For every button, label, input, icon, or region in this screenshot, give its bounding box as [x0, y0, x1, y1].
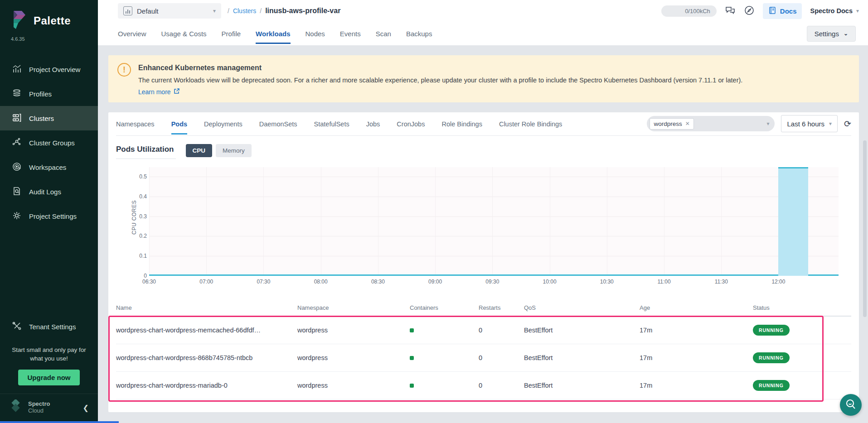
- subtab-statefulsets[interactable]: StatefulSets: [314, 113, 349, 134]
- table-row[interactable]: wordpress-chart-wordpress-memcached-66df…: [116, 317, 851, 344]
- col-age: Age: [640, 304, 753, 311]
- container-status: [410, 382, 479, 389]
- col-name: Name: [116, 304, 297, 311]
- pod-restarts: 0: [479, 327, 524, 334]
- help-search-fab[interactable]: [840, 394, 862, 416]
- sidebar-item-cluster-groups[interactable]: Cluster Groups: [0, 130, 98, 155]
- tab-backups[interactable]: Backups: [406, 24, 432, 44]
- metric-toggle: CPU Memory: [186, 144, 252, 157]
- explore-button[interactable]: [744, 5, 755, 17]
- tab-events[interactable]: Events: [340, 24, 361, 44]
- breadcrumb-clusters-link[interactable]: Clusters: [233, 7, 256, 14]
- subtab-role-bindings[interactable]: Role Bindings: [441, 113, 482, 134]
- docs-button[interactable]: Docs: [763, 3, 802, 19]
- sidebar-item-audit-logs[interactable]: Audit Logs: [0, 179, 98, 204]
- pod-qos: BestEffort: [524, 354, 640, 361]
- pod-qos: BestEffort: [524, 382, 640, 389]
- memory-toggle-button[interactable]: Memory: [216, 144, 252, 157]
- tab-nodes[interactable]: Nodes: [305, 24, 325, 44]
- tab-profile[interactable]: Profile: [222, 24, 241, 44]
- sidebar-item-tenant-settings[interactable]: Tenant Settings: [0, 315, 98, 339]
- chart-gridline-h: [149, 177, 839, 177]
- sidebar-item-workspaces[interactable]: Workspaces: [0, 155, 98, 179]
- upgrade-now-button[interactable]: Upgrade now: [18, 370, 79, 385]
- table-row[interactable]: wordpress-chart-wordpress-mariadb-0 word…: [116, 372, 851, 399]
- chart-x-tick-label: 08:30: [371, 279, 385, 285]
- chart-y-axis-labels: 00.10.20.30.40.5: [129, 167, 147, 276]
- chart-gridline-v: [263, 167, 264, 276]
- pod-age: 17m: [640, 354, 753, 361]
- subtab-namespaces[interactable]: Namespaces: [116, 113, 155, 134]
- vertical-scrollbar-thumb[interactable]: [863, 140, 867, 317]
- sidebar-collapse-icon[interactable]: ❮: [83, 404, 89, 412]
- project-chart-icon: [123, 6, 132, 15]
- project-selector[interactable]: Default ▾: [118, 3, 221, 19]
- topbar: Default ▾ / Clusters / linusb-aws-profil…: [98, 0, 868, 22]
- banner-body: The current Workloads view will be depre…: [138, 77, 742, 84]
- cluster-tabs-row: Overview Usage & Costs Profile Workloads…: [98, 22, 868, 45]
- subtab-pods[interactable]: Pods: [171, 113, 187, 134]
- sidebar-item-label: Workspaces: [29, 163, 66, 171]
- docs-dropdown[interactable]: Spectro Docs ▾: [810, 7, 859, 14]
- pod-namespace: wordpress: [297, 382, 410, 389]
- pod-age: 17m: [640, 327, 753, 334]
- sidebar-item-label: Clusters: [29, 115, 54, 122]
- col-namespace: Namespace: [297, 304, 410, 311]
- chart-y-tick-label: 0: [144, 273, 147, 279]
- learn-more-link[interactable]: Learn more: [138, 88, 180, 96]
- col-qos: QoS: [524, 304, 640, 311]
- app-version: 4.6.35: [0, 34, 98, 42]
- chart-y-tick-label: 0.5: [139, 173, 147, 180]
- breadcrumb: / Clusters / linusb-aws-profile-var: [228, 7, 340, 15]
- sidebar-item-profiles[interactable]: Profiles: [0, 82, 98, 106]
- chart-x-tick-label: 11:30: [715, 279, 728, 285]
- settings-button[interactable]: Settings ⌄: [807, 26, 856, 42]
- servers-icon: [12, 113, 22, 124]
- cpu-toggle-button[interactable]: CPU: [186, 144, 213, 157]
- tools-icon: [12, 321, 22, 332]
- warning-icon: !: [117, 63, 131, 77]
- sidebar-item-project-settings[interactable]: Project Settings: [0, 204, 98, 228]
- chevron-down-icon: ▾: [766, 120, 769, 127]
- chart-gridline-v: [321, 167, 321, 276]
- col-restarts: Restarts: [479, 304, 524, 311]
- chart-gridline-v: [607, 167, 607, 276]
- table-row[interactable]: wordpress-chart-wordpress-868b745785-ntb…: [116, 344, 851, 372]
- tab-overview[interactable]: Overview: [118, 24, 146, 44]
- chart-gridline-h: [149, 197, 839, 197]
- network-icon: [12, 137, 22, 149]
- external-link-icon: [174, 88, 180, 96]
- refresh-button[interactable]: ⟳: [844, 119, 851, 129]
- chart-x-tick-label: 06:30: [142, 279, 156, 285]
- sidebar-item-label: Tenant Settings: [29, 323, 76, 331]
- chevron-down-icon: ▾: [213, 8, 216, 14]
- status-badge: RUNNING: [753, 325, 790, 336]
- chart-gridline-v: [492, 167, 493, 276]
- chart-plot: [149, 167, 839, 276]
- bottom-edge-strip: [0, 421, 119, 423]
- subtab-daemonsets[interactable]: DaemonSets: [259, 113, 297, 134]
- chart-gridline-v: [149, 167, 150, 276]
- chart-series-spike: [778, 167, 808, 276]
- chart-gridline-v: [721, 167, 722, 276]
- feedback-chat-button[interactable]: [725, 5, 736, 17]
- pod-qos: BestEffort: [524, 327, 640, 334]
- sidebar-item-project-overview[interactable]: Project Overview: [0, 57, 98, 82]
- table-header: Name Namespace Containers Restarts QoS A…: [116, 300, 851, 317]
- chart-x-tick-label: 09:00: [428, 279, 442, 285]
- tab-usage-costs[interactable]: Usage & Costs: [161, 24, 207, 44]
- tab-scan[interactable]: Scan: [376, 24, 391, 44]
- subtab-cronjobs[interactable]: CronJobs: [397, 113, 425, 134]
- namespace-filter-select[interactable]: wordpress ✕ ▾: [647, 116, 775, 131]
- subtab-jobs[interactable]: Jobs: [366, 113, 380, 134]
- tab-workloads[interactable]: Workloads: [256, 24, 290, 44]
- subtab-cluster-role-bindings[interactable]: Cluster Role Bindings: [499, 113, 562, 134]
- subtab-deployments[interactable]: Deployments: [204, 113, 242, 134]
- time-range-select[interactable]: Last 6 hours ▾: [781, 115, 838, 132]
- footer-brand: Spectro Cloud: [28, 401, 50, 414]
- remove-filter-icon[interactable]: ✕: [685, 120, 690, 127]
- chevron-down-icon: ▾: [856, 8, 859, 14]
- sidebar-item-clusters[interactable]: Clusters: [0, 106, 98, 130]
- palette-logo-icon: [10, 10, 28, 32]
- banner-title: Enhanced Kubernetes management: [138, 62, 742, 72]
